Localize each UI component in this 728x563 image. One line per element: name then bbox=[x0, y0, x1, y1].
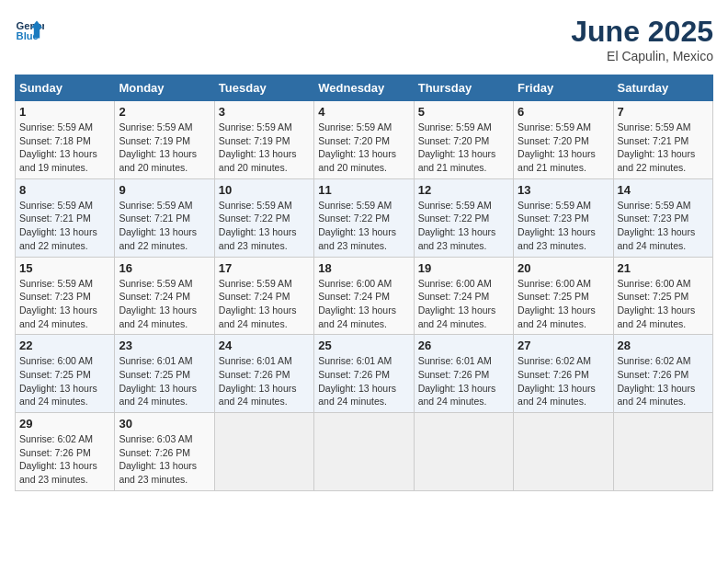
day-info: Sunrise: 5:59 AMSunset: 7:20 PMDaylight:… bbox=[318, 121, 409, 175]
day-number: 1 bbox=[19, 105, 110, 119]
day-info: Sunrise: 6:00 AMSunset: 7:25 PMDaylight:… bbox=[618, 277, 709, 331]
calendar-cell: 12Sunrise: 5:59 AMSunset: 7:22 PMDayligh… bbox=[414, 178, 513, 257]
calendar-body: 1Sunrise: 5:59 AMSunset: 7:18 PMDaylight… bbox=[16, 101, 713, 491]
column-header-sunday: Sunday bbox=[16, 75, 115, 101]
calendar-cell: 24Sunrise: 6:01 AMSunset: 7:26 PMDayligh… bbox=[214, 335, 313, 413]
calendar-cell: 6Sunrise: 5:59 AMSunset: 7:20 PMDaylight… bbox=[514, 101, 613, 179]
calendar-cell: 20Sunrise: 6:00 AMSunset: 7:25 PMDayligh… bbox=[514, 257, 613, 335]
calendar-cell bbox=[314, 413, 414, 491]
calendar-table: SundayMondayTuesdayWednesdayThursdayFrid… bbox=[15, 75, 713, 491]
calendar-week-row: 8Sunrise: 5:59 AMSunset: 7:21 PMDaylight… bbox=[16, 178, 713, 257]
calendar-cell: 19Sunrise: 6:00 AMSunset: 7:24 PMDayligh… bbox=[414, 257, 513, 335]
day-info: Sunrise: 5:59 AMSunset: 7:21 PMDaylight:… bbox=[119, 199, 210, 253]
calendar-cell: 14Sunrise: 5:59 AMSunset: 7:23 PMDayligh… bbox=[613, 178, 712, 257]
day-info: Sunrise: 6:01 AMSunset: 7:26 PMDaylight:… bbox=[219, 354, 310, 408]
calendar-cell: 1Sunrise: 5:59 AMSunset: 7:18 PMDaylight… bbox=[16, 101, 115, 179]
day-number: 19 bbox=[418, 261, 509, 275]
day-info: Sunrise: 5:59 AMSunset: 7:23 PMDaylight:… bbox=[618, 199, 709, 253]
column-header-saturday: Saturday bbox=[613, 75, 712, 101]
day-number: 30 bbox=[119, 417, 210, 431]
column-header-tuesday: Tuesday bbox=[214, 75, 313, 101]
day-info: Sunrise: 6:00 AMSunset: 7:25 PMDaylight:… bbox=[19, 354, 110, 408]
calendar-cell: 2Sunrise: 5:59 AMSunset: 7:19 PMDaylight… bbox=[115, 101, 214, 179]
day-info: Sunrise: 5:59 AMSunset: 7:24 PMDaylight:… bbox=[119, 277, 210, 331]
day-number: 3 bbox=[219, 105, 310, 119]
column-header-wednesday: Wednesday bbox=[314, 75, 414, 101]
calendar-cell: 17Sunrise: 5:59 AMSunset: 7:24 PMDayligh… bbox=[214, 257, 313, 335]
calendar-title: June 2025 bbox=[571, 15, 713, 49]
day-number: 22 bbox=[19, 339, 110, 352]
day-info: Sunrise: 5:59 AMSunset: 7:20 PMDaylight:… bbox=[518, 121, 609, 175]
calendar-cell: 10Sunrise: 5:59 AMSunset: 7:22 PMDayligh… bbox=[214, 178, 313, 257]
day-info: Sunrise: 5:59 AMSunset: 7:21 PMDaylight:… bbox=[618, 121, 709, 175]
calendar-week-row: 29Sunrise: 6:02 AMSunset: 7:26 PMDayligh… bbox=[16, 413, 713, 491]
calendar-cell: 29Sunrise: 6:02 AMSunset: 7:26 PMDayligh… bbox=[16, 413, 115, 491]
day-number: 4 bbox=[318, 105, 409, 119]
day-info: Sunrise: 5:59 AMSunset: 7:21 PMDaylight:… bbox=[19, 199, 110, 253]
calendar-cell bbox=[214, 413, 313, 491]
calendar-cell: 16Sunrise: 5:59 AMSunset: 7:24 PMDayligh… bbox=[115, 257, 214, 335]
day-number: 18 bbox=[318, 261, 409, 275]
day-number: 13 bbox=[518, 183, 609, 197]
day-number: 23 bbox=[119, 339, 210, 352]
day-number: 29 bbox=[19, 417, 110, 431]
day-info: Sunrise: 5:59 AMSunset: 7:18 PMDaylight:… bbox=[19, 121, 110, 175]
day-number: 2 bbox=[119, 105, 210, 119]
calendar-subtitle: El Capulin, Mexico bbox=[571, 49, 713, 63]
calendar-cell bbox=[613, 413, 712, 491]
day-number: 27 bbox=[518, 339, 609, 352]
column-header-thursday: Thursday bbox=[414, 75, 513, 101]
day-info: Sunrise: 5:59 AMSunset: 7:19 PMDaylight:… bbox=[119, 121, 210, 175]
logo: General Blue bbox=[15, 15, 44, 44]
column-header-monday: Monday bbox=[115, 75, 214, 101]
day-info: Sunrise: 6:00 AMSunset: 7:25 PMDaylight:… bbox=[518, 277, 609, 331]
calendar-cell: 11Sunrise: 5:59 AMSunset: 7:22 PMDayligh… bbox=[314, 178, 414, 257]
day-number: 15 bbox=[19, 261, 110, 275]
calendar-cell: 28Sunrise: 6:02 AMSunset: 7:26 PMDayligh… bbox=[613, 335, 712, 413]
day-number: 16 bbox=[119, 261, 210, 275]
calendar-cell: 4Sunrise: 5:59 AMSunset: 7:20 PMDaylight… bbox=[314, 101, 414, 179]
calendar-cell: 9Sunrise: 5:59 AMSunset: 7:21 PMDaylight… bbox=[115, 178, 214, 257]
day-number: 11 bbox=[318, 183, 409, 197]
day-info: Sunrise: 6:01 AMSunset: 7:26 PMDaylight:… bbox=[418, 354, 509, 408]
calendar-week-row: 15Sunrise: 5:59 AMSunset: 7:23 PMDayligh… bbox=[16, 257, 713, 335]
day-number: 6 bbox=[518, 105, 609, 119]
day-info: Sunrise: 6:00 AMSunset: 7:24 PMDaylight:… bbox=[418, 277, 509, 331]
calendar-cell: 15Sunrise: 5:59 AMSunset: 7:23 PMDayligh… bbox=[16, 257, 115, 335]
calendar-cell: 3Sunrise: 5:59 AMSunset: 7:19 PMDaylight… bbox=[214, 101, 313, 179]
day-number: 8 bbox=[19, 183, 110, 197]
day-info: Sunrise: 5:59 AMSunset: 7:20 PMDaylight:… bbox=[418, 121, 509, 175]
calendar-cell: 27Sunrise: 6:02 AMSunset: 7:26 PMDayligh… bbox=[514, 335, 613, 413]
day-number: 7 bbox=[618, 105, 709, 119]
day-info: Sunrise: 6:03 AMSunset: 7:26 PMDaylight:… bbox=[119, 432, 210, 487]
day-number: 26 bbox=[418, 339, 509, 352]
calendar-cell bbox=[414, 413, 513, 491]
calendar-cell: 13Sunrise: 5:59 AMSunset: 7:23 PMDayligh… bbox=[514, 178, 613, 257]
calendar-cell: 22Sunrise: 6:00 AMSunset: 7:25 PMDayligh… bbox=[16, 335, 115, 413]
calendar-cell: 23Sunrise: 6:01 AMSunset: 7:25 PMDayligh… bbox=[115, 335, 214, 413]
page-header: General Blue June 2025 El Capulin, Mexic… bbox=[15, 15, 713, 63]
day-number: 21 bbox=[618, 261, 709, 275]
calendar-cell: 25Sunrise: 6:01 AMSunset: 7:26 PMDayligh… bbox=[314, 335, 414, 413]
day-number: 17 bbox=[219, 261, 310, 275]
day-info: Sunrise: 5:59 AMSunset: 7:24 PMDaylight:… bbox=[219, 277, 310, 331]
day-info: Sunrise: 6:01 AMSunset: 7:25 PMDaylight:… bbox=[119, 354, 210, 408]
day-info: Sunrise: 5:59 AMSunset: 7:22 PMDaylight:… bbox=[219, 199, 310, 253]
day-info: Sunrise: 5:59 AMSunset: 7:22 PMDaylight:… bbox=[318, 199, 409, 253]
day-number: 24 bbox=[219, 339, 310, 352]
day-info: Sunrise: 5:59 AMSunset: 7:23 PMDaylight:… bbox=[518, 199, 609, 253]
day-info: Sunrise: 5:59 AMSunset: 7:19 PMDaylight:… bbox=[219, 121, 310, 175]
calendar-header-row: SundayMondayTuesdayWednesdayThursdayFrid… bbox=[16, 75, 713, 101]
calendar-cell: 21Sunrise: 6:00 AMSunset: 7:25 PMDayligh… bbox=[613, 257, 712, 335]
calendar-cell: 7Sunrise: 5:59 AMSunset: 7:21 PMDaylight… bbox=[613, 101, 712, 179]
calendar-cell: 8Sunrise: 5:59 AMSunset: 7:21 PMDaylight… bbox=[16, 178, 115, 257]
day-number: 28 bbox=[618, 339, 709, 352]
day-info: Sunrise: 5:59 AMSunset: 7:23 PMDaylight:… bbox=[19, 277, 110, 331]
day-number: 12 bbox=[418, 183, 509, 197]
calendar-week-row: 22Sunrise: 6:00 AMSunset: 7:25 PMDayligh… bbox=[16, 335, 713, 413]
calendar-cell: 30Sunrise: 6:03 AMSunset: 7:26 PMDayligh… bbox=[115, 413, 214, 491]
day-number: 10 bbox=[219, 183, 310, 197]
day-number: 25 bbox=[318, 339, 409, 352]
calendar-cell bbox=[514, 413, 613, 491]
day-info: Sunrise: 6:02 AMSunset: 7:26 PMDaylight:… bbox=[19, 432, 110, 487]
